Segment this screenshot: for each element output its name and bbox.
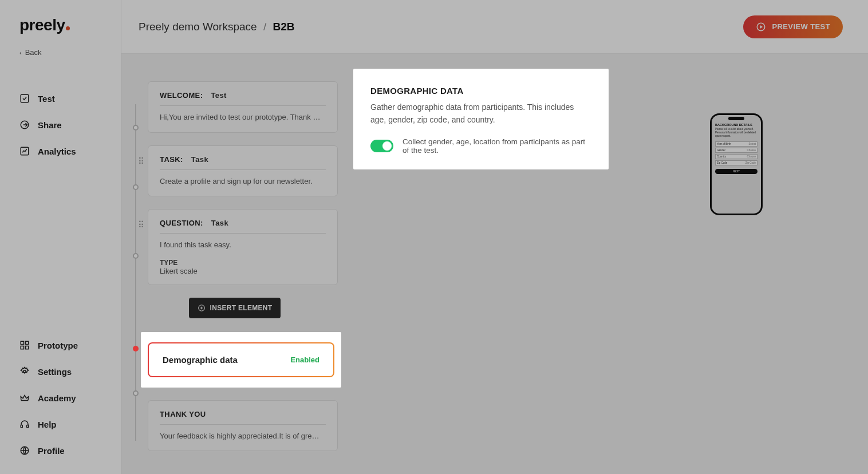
card-head-label: WELCOME: [160, 91, 203, 100]
back-link[interactable]: ‹ Back [0, 40, 121, 65]
nav-top: Test Share Analytics [0, 85, 121, 164]
insert-element-label: INSERT ELEMENT [210, 304, 273, 312]
nav-label: Prototype [38, 341, 78, 350]
card-desc: Create a profile and sign up for our new… [160, 176, 326, 187]
divider [160, 233, 326, 234]
svg-rect-8 [21, 425, 22, 428]
sidebar-item-academy[interactable]: Academy [0, 385, 121, 411]
card-head-label: TASK: [160, 155, 183, 164]
svg-rect-9 [27, 425, 29, 428]
sidebar-item-help[interactable]: Help [0, 411, 121, 437]
chevron-left-icon: ‹ [19, 49, 22, 56]
sidebar: preely ‹ Back Test Share Analytics Proto… [0, 0, 121, 474]
logo-text: preely [19, 16, 65, 34]
nav-label: Academy [38, 393, 76, 403]
phone-field: CountryChoose [715, 154, 757, 159]
phone-sub: Please tell us a bit about yourself. Per… [715, 128, 757, 138]
insert-element-button[interactable]: INSERT ELEMENT [189, 298, 281, 318]
demographic-title: Demographic data [163, 355, 238, 365]
phone-field-label: Country [717, 155, 726, 158]
sidebar-item-prototype[interactable]: Prototype [0, 332, 121, 358]
sidebar-item-share[interactable]: Share [0, 112, 121, 138]
divider [160, 424, 326, 425]
sidebar-item-test[interactable]: Test [0, 85, 121, 112]
card-head: WELCOME: Test [160, 91, 326, 100]
nav-label: Help [38, 420, 57, 429]
card-desc: I found this task easy. [160, 239, 326, 251]
svg-rect-6 [26, 346, 29, 349]
crown-icon [19, 393, 30, 403]
topbar: Preely demo Workspace / B2B PREVIEW TEST [121, 0, 868, 54]
toggle-knob [382, 141, 392, 151]
nav-label: Profile [38, 446, 65, 456]
card-head: TASK: Task [160, 155, 326, 164]
preview-test-label: PREVIEW TEST [772, 22, 830, 31]
breadcrumb-current: B2B [273, 21, 294, 33]
drag-handle-icon[interactable]: ⠿ [138, 156, 143, 167]
phone-field-hint: Zip Code [745, 161, 756, 164]
headset-icon [19, 419, 30, 429]
nav-label: Analytics [38, 147, 76, 156]
nav-label: Test [38, 94, 55, 104]
card-demographic[interactable]: Demographic data Enabled [148, 342, 334, 377]
timeline-dot [133, 184, 139, 190]
card-head-label: THANK YOU [160, 410, 206, 418]
detail-panel: DEMOGRAPHIC DATA Gather demographic data… [353, 69, 609, 169]
detail-heading: DEMOGRAPHIC DATA [370, 86, 591, 96]
svg-rect-5 [21, 346, 23, 349]
timeline-dot-active [133, 346, 139, 351]
svg-rect-4 [26, 341, 29, 344]
breadcrumb-workspace[interactable]: Preely demo Workspace [139, 21, 257, 33]
card-thankyou[interactable]: THANK YOU Your feedback is highly apprec… [148, 400, 338, 452]
share-icon [19, 120, 30, 130]
gear-icon [19, 366, 30, 377]
card-welcome[interactable]: WELCOME: Test Hi,You are invited to test… [148, 81, 338, 133]
nav-label: Settings [38, 367, 72, 377]
logo-dot-icon [66, 26, 70, 30]
drag-handle-icon[interactable]: ⠿ [138, 220, 143, 230]
phone-field-hint: Select [748, 143, 756, 145]
phone-field: Year of BirthSelect [715, 141, 757, 147]
card-head-title: Task [211, 219, 228, 227]
grid-icon [19, 340, 30, 350]
phone-preview: BACKGROUND DETAILS Please tell us a bit … [710, 113, 763, 215]
collect-demographics-toggle[interactable] [370, 140, 393, 152]
sidebar-item-analytics[interactable]: Analytics [0, 138, 121, 164]
globe-icon [19, 445, 30, 456]
sidebar-item-profile[interactable]: Profile [0, 437, 121, 464]
logo-wrap: preely [0, 16, 121, 40]
preview-test-button[interactable]: PREVIEW TEST [743, 15, 843, 38]
card-type-label: TYPE [160, 259, 326, 267]
logo: preely [19, 16, 70, 34]
card-head: QUESTION: Task [160, 219, 326, 227]
card-question[interactable]: ⠿ QUESTION: Task I found this task easy.… [148, 209, 338, 285]
toggle-row: Collect gender, age, location from parti… [370, 137, 591, 155]
card-head-title: Test [211, 91, 226, 100]
timeline-dot [133, 253, 139, 259]
toggle-label: Collect gender, age, location from parti… [403, 137, 591, 155]
card-head: THANK YOU [160, 410, 326, 418]
divider [160, 105, 326, 106]
nav-label: Share [38, 120, 62, 130]
phone-title: BACKGROUND DETAILS [715, 123, 757, 127]
plus-circle-icon [198, 304, 206, 312]
phone-field-label: Year of Birth [717, 143, 731, 145]
detail-body: Gather demographic data from participant… [370, 101, 591, 126]
phone-next-button: NEXT [715, 169, 757, 174]
check-square-icon [19, 93, 30, 104]
card-task[interactable]: ⠿ TASK: Task Create a profile and sign u… [148, 145, 338, 197]
card-desc: Hi,You are invited to test our prototype… [160, 112, 326, 123]
chart-icon [19, 146, 30, 156]
sidebar-item-settings[interactable]: Settings [0, 358, 121, 385]
phone-field-hint: Choose [747, 149, 756, 152]
card-type-value: Likert scale [160, 267, 326, 275]
divider [160, 169, 326, 170]
nav-bottom: Prototype Settings Academy Help Profile [0, 332, 121, 464]
canvas: WELCOME: Test Hi,You are invited to test… [121, 54, 868, 474]
back-label: Back [25, 48, 42, 57]
flow-column: WELCOME: Test Hi,You are invited to test… [132, 81, 338, 464]
card-desc: Your feedback is highly appreciated.It i… [160, 430, 326, 442]
phone-notch-icon [728, 117, 744, 120]
breadcrumb: Preely demo Workspace / B2B [139, 21, 294, 33]
svg-point-7 [23, 370, 26, 373]
